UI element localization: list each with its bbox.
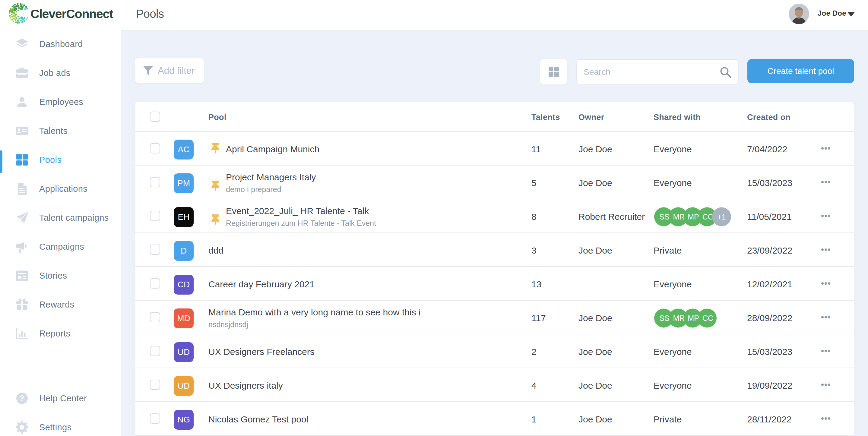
svg-text:?: ? (20, 394, 24, 402)
